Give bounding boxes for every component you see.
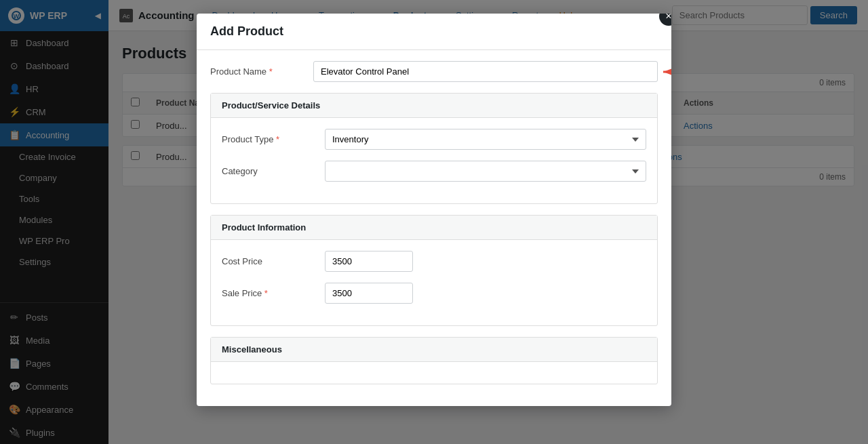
product-type-label: Product Type * [222, 134, 317, 144]
arrow-svg [656, 64, 671, 80]
sale-price-label: Sale Price * [222, 288, 317, 298]
product-type-select[interactable]: Inventory Service Non-Inventory [325, 129, 646, 150]
modal-overlay: × Add Product Product Name * [0, 0, 868, 444]
cost-price-label: Cost Price [222, 256, 317, 266]
section-header-misc: Miscellaneous [211, 338, 657, 362]
modal-title: Add Product [210, 24, 283, 39]
section-header-product-info: Product Information [211, 216, 657, 240]
required-star: * [267, 66, 273, 77]
category-label: Category [222, 166, 317, 176]
cost-price-row: Cost Price [222, 251, 646, 272]
sale-price-required: * [262, 288, 268, 298]
cost-price-input[interactable] [325, 251, 413, 272]
miscellaneous-section: Miscellaneous [210, 337, 658, 384]
sale-price-row: Sale Price * [222, 283, 646, 304]
modal-body: Product Name * 1 [197, 50, 671, 406]
category-row: Category [222, 161, 646, 182]
product-name-label: Product Name * [210, 66, 305, 77]
sale-price-input[interactable] [325, 283, 413, 304]
section-body-misc [211, 362, 657, 384]
section-header-product-service: Product/Service Details [211, 94, 657, 118]
modal-header: Add Product [197, 14, 671, 50]
product-type-required: * [273, 134, 279, 144]
add-product-modal: × Add Product Product Name * [197, 14, 671, 406]
product-information-section: Product Information Cost Price Sale Pric… [210, 215, 658, 326]
category-select[interactable] [325, 161, 646, 182]
product-name-input[interactable] [313, 61, 658, 82]
section-body-product-info: Cost Price Sale Price * [211, 240, 657, 325]
annotation-arrow: 1 [656, 63, 671, 81]
section-body-product-service: Product Type * Inventory Service Non-Inv… [211, 118, 657, 203]
product-service-details-section: Product/Service Details Product Type * I… [210, 93, 658, 204]
product-type-row: Product Type * Inventory Service Non-Inv… [222, 129, 646, 150]
